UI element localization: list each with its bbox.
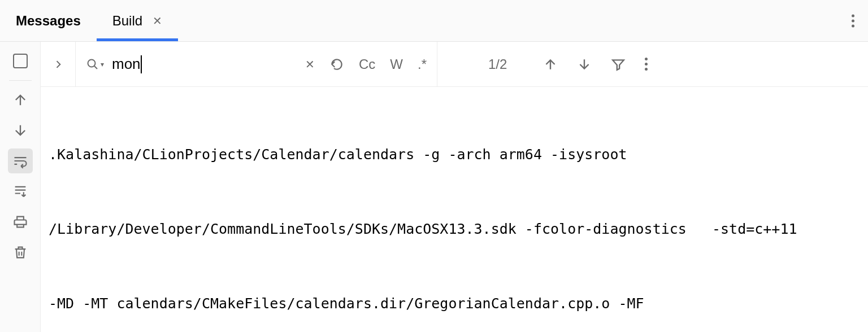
expand-chevron-icon[interactable] bbox=[41, 42, 76, 86]
tab-messages-label: Messages bbox=[16, 13, 81, 29]
soft-wrap-icon[interactable] bbox=[8, 148, 33, 173]
words-toggle[interactable]: W bbox=[390, 56, 403, 72]
tab-build[interactable]: Build ✕ bbox=[97, 0, 178, 41]
messages-tool-window: Messages Build ✕ bbox=[0, 0, 868, 332]
more-icon[interactable] bbox=[645, 58, 648, 71]
tab-build-label: Build bbox=[112, 13, 142, 29]
arrow-up-icon[interactable] bbox=[8, 88, 33, 112]
filter-icon[interactable] bbox=[611, 57, 626, 72]
output-line: .Kalashina/CLionProjects/Calendar/calend… bbox=[49, 142, 856, 167]
arrow-down-icon[interactable] bbox=[8, 118, 33, 143]
undo-search-icon[interactable] bbox=[329, 57, 344, 72]
tabs-bar: Messages Build ✕ bbox=[0, 0, 868, 42]
scroll-to-end-icon[interactable] bbox=[8, 179, 33, 204]
regex-toggle[interactable]: .* bbox=[418, 56, 427, 72]
search-bar: ▾ mon ✕ Cc W .* bbox=[41, 42, 868, 87]
main-content: ▾ mon ✕ Cc W .* bbox=[41, 42, 868, 332]
tab-messages[interactable]: Messages bbox=[0, 0, 97, 41]
separator bbox=[9, 80, 32, 81]
search-input-value: mon bbox=[112, 55, 141, 73]
clear-search-icon[interactable]: ✕ bbox=[305, 58, 315, 71]
match-case-toggle[interactable]: Cc bbox=[359, 56, 375, 72]
close-icon[interactable]: ✕ bbox=[153, 15, 162, 27]
left-toolbar bbox=[0, 42, 41, 332]
prev-match-icon[interactable] bbox=[543, 57, 558, 72]
svg-point-0 bbox=[88, 59, 96, 67]
trash-icon[interactable] bbox=[8, 240, 33, 265]
search-icon[interactable]: ▾ bbox=[86, 58, 104, 71]
checkbox-toggle[interactable] bbox=[8, 49, 33, 73]
print-icon[interactable] bbox=[8, 209, 33, 234]
output-line: /Library/Developer/CommandLineTools/SDKs… bbox=[49, 217, 856, 242]
chevron-down-icon: ▾ bbox=[101, 60, 104, 68]
text-caret bbox=[141, 55, 142, 73]
build-output[interactable]: .Kalashina/CLionProjects/Calendar/calend… bbox=[41, 87, 868, 332]
next-match-icon[interactable] bbox=[577, 57, 592, 72]
more-options-icon[interactable] bbox=[852, 14, 854, 27]
output-line: -MD -MT calendars/CMakeFiles/calendars.d… bbox=[49, 291, 856, 316]
search-input[interactable]: mon bbox=[112, 55, 297, 73]
search-field[interactable]: ▾ mon ✕ Cc W .* bbox=[76, 42, 437, 86]
match-count: 1/2 bbox=[488, 56, 507, 72]
